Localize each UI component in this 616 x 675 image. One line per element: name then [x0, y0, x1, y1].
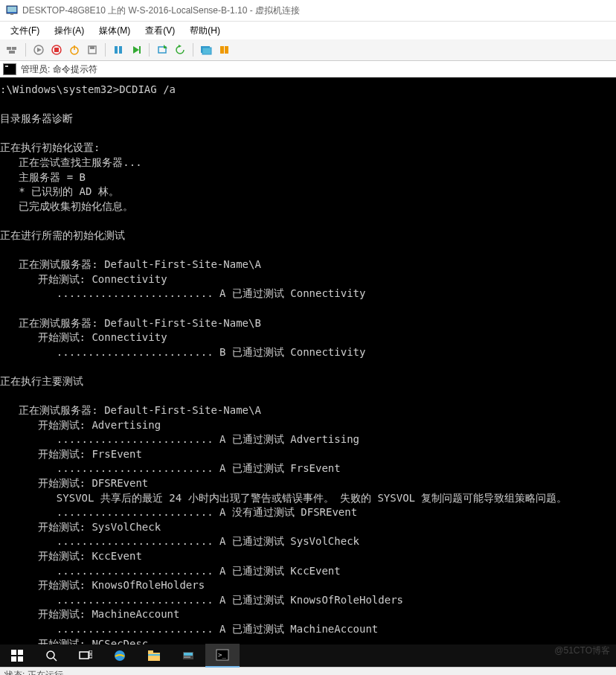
- checkpoint-button[interactable]: [154, 42, 170, 58]
- svg-rect-37: [148, 654, 160, 656]
- svg-marker-7: [37, 48, 42, 52]
- svg-marker-20: [179, 45, 182, 48]
- svg-rect-25: [11, 650, 16, 655]
- svg-rect-23: [220, 46, 224, 54]
- save-button[interactable]: [84, 42, 100, 58]
- svg-rect-39: [184, 653, 193, 656]
- svg-rect-28: [18, 656, 23, 662]
- host-title-text: DESKTOP-48G8E10 上的 W-S-2016-LocalSense-B…: [22, 4, 300, 17]
- svg-rect-13: [90, 46, 94, 49]
- menu-media[interactable]: 媒体(M): [93, 22, 136, 39]
- host-statusbar: 状态: 正在运行: [0, 667, 616, 675]
- toolbar: [0, 39, 616, 61]
- status-text: 状态: 正在运行: [4, 669, 63, 676]
- toolbar-sep: [25, 43, 26, 57]
- guest-taskbar: >_: [0, 644, 616, 667]
- svg-text:>_: >_: [218, 651, 226, 659]
- taskbar-cmd-icon[interactable]: >_: [205, 644, 240, 668]
- shutdown-button[interactable]: [66, 42, 83, 58]
- taskbar-ie-icon[interactable]: [103, 644, 137, 667]
- svg-rect-35: [148, 653, 160, 661]
- svg-rect-40: [184, 656, 190, 658]
- svg-rect-22: [202, 48, 211, 54]
- svg-rect-36: [148, 650, 153, 653]
- toolbar-sep: [105, 43, 106, 57]
- cmd-icon: [3, 63, 16, 75]
- taskbar-servermanager-icon[interactable]: [171, 644, 205, 667]
- svg-rect-26: [18, 650, 23, 655]
- svg-point-29: [47, 651, 54, 659]
- share-button[interactable]: [216, 42, 232, 58]
- svg-rect-27: [11, 656, 16, 662]
- taskbar-explorer-icon[interactable]: [137, 644, 171, 667]
- svg-rect-5: [9, 51, 15, 54]
- start-button[interactable]: [31, 42, 47, 58]
- console-output[interactable]: :\Windows\system32>DCDIAG /a 目录服务器诊断 正在执…: [0, 78, 616, 644]
- svg-rect-33: [89, 655, 92, 658]
- svg-rect-9: [54, 48, 59, 52]
- svg-rect-2: [10, 13, 13, 15]
- enhanced-session-button[interactable]: [198, 42, 214, 58]
- turnoff-button[interactable]: [48, 42, 65, 58]
- svg-rect-14: [115, 46, 118, 54]
- svg-line-30: [54, 658, 57, 661]
- menu-action[interactable]: 操作(A): [48, 22, 90, 39]
- watermark: @51CTO博客: [554, 644, 610, 657]
- pause-button[interactable]: [110, 42, 126, 58]
- toolbar-sep: [193, 43, 193, 57]
- menu-file[interactable]: 文件(F): [4, 22, 45, 39]
- svg-rect-17: [139, 46, 141, 54]
- ctrl-alt-del-button[interactable]: [4, 42, 21, 58]
- menu-help[interactable]: 帮助(H): [184, 22, 226, 39]
- menu-view[interactable]: 查看(V): [139, 22, 181, 39]
- vm-icon: [6, 4, 18, 16]
- menubar: 文件(F) 操作(A) 媒体(M) 查看(V) 帮助(H): [0, 22, 616, 39]
- svg-rect-3: [7, 47, 11, 50]
- reset-button[interactable]: [128, 42, 144, 58]
- svg-rect-15: [119, 46, 122, 54]
- svg-marker-19: [164, 45, 167, 48]
- guest-titlebar: 管理员: 命令提示符: [0, 61, 616, 78]
- toolbar-sep: [149, 43, 150, 57]
- svg-rect-24: [225, 46, 228, 54]
- svg-rect-32: [89, 650, 92, 653]
- host-titlebar: DESKTOP-48G8E10 上的 W-S-2016-LocalSense-B…: [0, 0, 616, 22]
- revert-button[interactable]: [172, 42, 188, 58]
- svg-rect-1: [7, 7, 16, 12]
- svg-marker-16: [133, 46, 139, 54]
- svg-rect-31: [80, 652, 89, 659]
- svg-rect-4: [12, 47, 16, 50]
- guest-title-text: 管理员: 命令提示符: [21, 63, 97, 76]
- taskview-button[interactable]: [68, 644, 103, 667]
- start-menu-button[interactable]: [0, 644, 34, 667]
- search-button[interactable]: [34, 644, 68, 667]
